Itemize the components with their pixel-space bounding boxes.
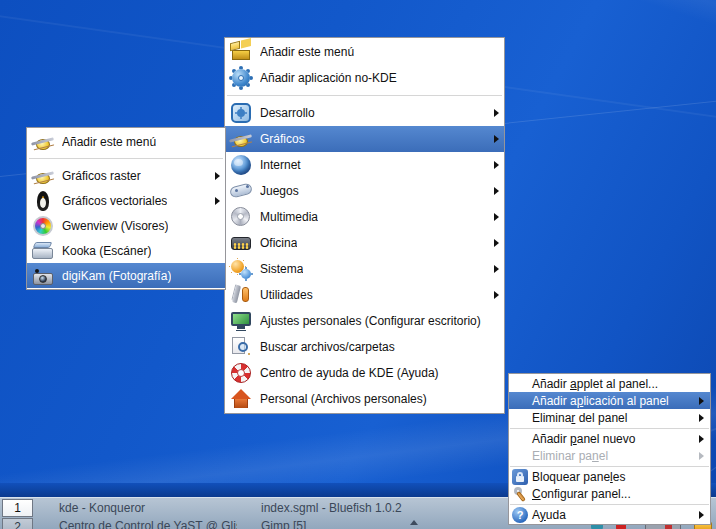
menu-item-label: Eliminar panel xyxy=(532,449,608,463)
menu-item-label: Kooka (Escáner) xyxy=(62,244,151,258)
menu-item-label: Configurar panel... xyxy=(532,487,631,501)
menu-item-label: Añadir este menú xyxy=(62,135,156,149)
menu-item-remove-from-panel[interactable]: Eliminar del panel xyxy=(509,409,710,426)
menu-item-label: Gwenview (Visores) xyxy=(62,219,168,233)
task-button-gimp[interactable]: Gimp [5] xyxy=(239,517,404,529)
label-part: p xyxy=(570,432,577,446)
icon-slot xyxy=(512,469,529,485)
menu-item-internet[interactable]: Internet xyxy=(225,152,504,178)
submenu-arrow-icon xyxy=(494,135,499,143)
task-label: index.sgml - Bluefish 1.0.2 xyxy=(261,501,402,515)
desktop: 1 2 kde - Konqueror index.sgml - Bluefis… xyxy=(0,0,716,529)
home-icon xyxy=(229,387,253,411)
label-part: onfigurar panel... xyxy=(541,487,631,501)
submenu-arrow-icon xyxy=(494,109,499,117)
taskbar-scroll-up-icon[interactable] xyxy=(410,520,418,525)
camera-icon xyxy=(31,264,55,288)
label-part: Elimina xyxy=(532,411,571,425)
menu-item-label: Añadir panel nuevo xyxy=(532,432,635,446)
label-part: Añadir xyxy=(532,432,570,446)
icon-spacer xyxy=(512,448,529,464)
menu-item-configure-panel[interactable]: Configurar panel... xyxy=(509,485,710,502)
task-button-bluefish[interactable]: index.sgml - Bluefish 1.0.2 xyxy=(239,499,469,516)
menu-item-label: Añadir aplicación al panel xyxy=(532,394,669,408)
menu-item-add-new-panel[interactable]: Añadir panel nuevo xyxy=(509,430,710,447)
label-part: C xyxy=(532,487,541,501)
menu-item-add-applet[interactable]: Añadir applet al panel... xyxy=(509,375,710,392)
monitor-icon xyxy=(229,309,253,333)
icon-spacer xyxy=(512,431,529,447)
menu-item-juegos[interactable]: Juegos xyxy=(225,178,504,204)
label-part: Eliminar pa xyxy=(532,449,592,463)
paint-icon xyxy=(31,164,55,188)
submenu-arrow-icon xyxy=(699,511,704,519)
menu-item-graficos-raster[interactable]: Gráficos raster xyxy=(27,163,225,188)
paint-icon xyxy=(31,130,55,154)
submenu-arrow-icon xyxy=(494,213,499,221)
colorwheel-icon xyxy=(31,214,55,238)
menu-item-label: Personal (Archivos personales) xyxy=(260,392,427,406)
menu-item-oficina[interactable]: Oficina xyxy=(225,230,504,256)
menu-item-utilidades[interactable]: Utilidades xyxy=(225,282,504,308)
menu-item-gwenview[interactable]: Gwenview (Visores) xyxy=(27,213,225,238)
wrench-icon xyxy=(512,486,528,502)
label-part: licación al panel xyxy=(583,394,668,408)
icon-slot xyxy=(512,486,529,502)
icon-spacer xyxy=(512,376,529,392)
paint-icon xyxy=(229,127,253,151)
menu-item-buscar-archivos[interactable]: Buscar archivos/carpetas xyxy=(225,334,504,360)
menu-item-kooka[interactable]: Kooka (Escáner) xyxy=(27,238,225,263)
label-part: uda xyxy=(546,508,566,522)
menu-item-help[interactable]: Ayuda xyxy=(509,506,710,523)
submenu-arrow-icon xyxy=(494,187,499,195)
submenu-arrow-icon xyxy=(699,435,704,443)
label-part: anel nuevo xyxy=(577,432,636,446)
menu-item-label: Desarrollo xyxy=(260,106,315,120)
menu-item-centro-ayuda[interactable]: Centro de ayuda de KDE (Ayuda) xyxy=(225,360,504,386)
desktop-pager-button-1[interactable]: 1 xyxy=(2,499,33,517)
menu-item-ajustes-personales[interactable]: Ajustes personales (Configurar escritori… xyxy=(225,308,504,334)
label-part: del panel xyxy=(575,411,627,425)
bluefish-icon xyxy=(239,500,255,516)
submenu-arrow-icon xyxy=(494,239,499,247)
menu-item-personal[interactable]: Personal (Archivos personales) xyxy=(225,386,504,412)
menu-item-label: Sistema xyxy=(260,262,303,276)
submenu-arrow-icon xyxy=(699,452,704,460)
panel-context-menu: Añadir applet al panel... Añadir aplicac… xyxy=(508,373,711,525)
cd-icon xyxy=(229,205,253,229)
menu-item-label: Ayuda xyxy=(532,508,566,522)
label-part: Bloquear pane xyxy=(532,470,610,484)
help-icon xyxy=(512,507,528,523)
menu-item-lock-panels[interactable]: Bloquear paneles xyxy=(509,468,710,485)
gamepad-icon xyxy=(229,179,253,203)
menu-item-add-nonkde-app[interactable]: Añadir aplicación no-KDE xyxy=(225,65,504,91)
tux-icon xyxy=(31,189,55,213)
lock-icon xyxy=(512,469,528,485)
label-part: Añadir xyxy=(532,377,570,391)
menu-item-multimedia[interactable]: Multimedia xyxy=(225,204,504,230)
menu-item-label: Ajustes personales (Configurar escritori… xyxy=(260,314,481,328)
lifebuoy-icon xyxy=(229,361,253,385)
task-button-yast[interactable]: Centro de Control de YaST @ Glisa xyxy=(37,517,237,529)
task-label: Centro de Control de YaST @ Glisa xyxy=(59,519,237,529)
menu-item-graficos[interactable]: Gráficos xyxy=(225,126,504,152)
menu-item-add-this-menu[interactable]: Añadir este menú xyxy=(27,129,225,154)
gear-icon xyxy=(229,66,253,90)
menu-item-label: digiKam (Fotografía) xyxy=(62,269,171,283)
menu-item-label: Gráficos vectoriales xyxy=(62,194,167,208)
menu-item-label: Añadir este menú xyxy=(260,45,354,59)
menu-item-add-this-menu[interactable]: Añadir este menú xyxy=(225,39,504,65)
label-part: a xyxy=(570,377,577,391)
submenu-arrow-icon xyxy=(494,291,499,299)
menu-item-graficos-vectoriales[interactable]: Gráficos vectoriales xyxy=(27,188,225,213)
label-part: Añadir a xyxy=(532,394,577,408)
desktop-pager-button-2[interactable]: 2 xyxy=(2,518,33,529)
search-icon xyxy=(229,335,253,359)
menu-item-sistema[interactable]: Sistema xyxy=(225,256,504,282)
menu-item-add-application[interactable]: Añadir aplicación al panel xyxy=(509,392,710,409)
label-part: pplet al panel... xyxy=(577,377,658,391)
task-button-konqueror[interactable]: kde - Konqueror xyxy=(37,499,237,516)
menu-item-digikam[interactable]: digiKam (Fotografía) xyxy=(27,263,225,288)
scanner-icon xyxy=(31,239,55,263)
menu-item-desarrollo[interactable]: Desarrollo xyxy=(225,100,504,126)
